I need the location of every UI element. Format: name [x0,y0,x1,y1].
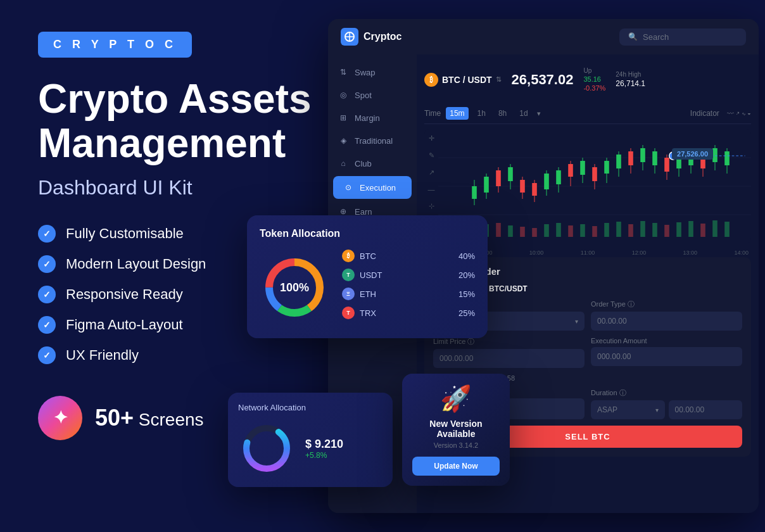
svg-rect-23 [568,164,573,177]
swap-icon: ⇅ [338,67,348,77]
order-type-input-2[interactable]: 00.00.00 [591,312,742,331]
sidebar-item-club[interactable]: ⌂ Club [328,152,417,175]
crosshair-icon[interactable]: ✛ [429,134,434,142]
chart-x-3: 10:00 [529,250,544,256]
high-info: 24h High 26,714.1 [616,71,645,88]
time-btn-1d[interactable]: 1d [515,107,531,120]
exec-amount-input[interactable]: 000.00.00 [591,347,742,366]
check-icon-1 [38,225,56,243]
screens-count-text: 50+ Screens [95,405,204,431]
rocket-icon: 🚀 [412,384,500,414]
figma-logo: ✦ [53,407,68,428]
sidebar-label-club: Club [355,159,372,168]
sidebar-item-spot[interactable]: ◎ Spot [328,84,417,106]
feature-text-1: Fully Customisable [66,225,184,242]
figma-icon: ✦ [38,396,82,440]
pair-arrow: ⇅ [496,75,502,84]
chart-x-5: 12:00 [632,250,647,256]
trx-pct: 25% [458,308,475,318]
duration-time-value: 00.00.00 [675,405,705,414]
logo-text: Cryptoc [364,31,401,42]
chart-price-label: 27,526.00 [672,148,713,160]
price-up: 35.16 [583,75,605,83]
network-donut [238,420,295,477]
sidebar-label-margin: Margin [355,113,380,123]
feature-text-4: Figma Auto-Layout [66,317,183,333]
svg-rect-19 [544,174,549,189]
svg-rect-55 [532,228,537,237]
usdt-dot: T [342,269,355,281]
token-donut: 100% [260,253,329,322]
order-price-grid: Limit Price ⓘ 000.00.00 Execution Amount… [433,337,742,368]
network-allocation-card: Network Allocation $ 9.210 +5.8% [228,393,393,487]
exec-amount-value: 000.00.00 [597,352,631,361]
time-dropdown[interactable]: ▾ [537,110,541,118]
token-list: ₿ BTC 40% T USDT 20% Ξ ETH 15% T TRX 25% [342,250,475,326]
duration-time-input[interactable]: 00.00.00 [669,400,743,419]
btc-name: BTC [360,251,453,261]
svg-rect-67 [676,222,681,237]
limit-price-label: Limit Price ⓘ [433,337,585,346]
time-btn-8h[interactable]: 8h [495,107,510,120]
feature-text-2: Modern Layout Design [66,256,206,272]
sidebar-item-swap[interactable]: ⇅ Swap [328,61,417,84]
search-bar[interactable]: 🔍 Search [619,28,746,46]
svg-rect-54 [520,227,525,237]
dashboard-topbar: Cryptoc 🔍 Search [328,19,759,54]
pencil-icon[interactable]: ✎ [429,151,434,160]
svg-rect-71 [724,222,730,237]
svg-rect-27 [592,167,597,181]
trx-dot: T [342,307,355,319]
order-type-field-2: Order Type ⓘ 00.00.00 [591,300,742,331]
svg-rect-64 [640,221,645,237]
svg-rect-59 [580,224,585,237]
pair-selector[interactable]: ₿ BTC / USDT ⇅ [424,73,502,87]
sidebar-label-traditional: Traditional [355,136,393,146]
svg-rect-7 [472,186,477,199]
token-item-usdt: T USDT 20% [342,269,475,281]
network-card-title: Network Allocation [238,403,382,412]
sidebar-item-execution[interactable]: ⊙ Execution [333,176,412,199]
token-card-body: 100% ₿ BTC 40% T USDT 20% Ξ ETH 15% T TR… [260,250,475,326]
sidebar-item-margin[interactable]: ⊞ Margin [328,106,417,129]
line-icon[interactable]: — [428,186,435,193]
time-label: Time [424,109,441,118]
svg-rect-63 [628,224,633,237]
price-value: 26,537.02 [512,72,574,88]
svg-rect-31 [616,155,621,168]
check-icon-5 [38,346,56,364]
update-button[interactable]: Update Now [412,457,500,476]
arrow-icon[interactable]: ↗ [429,168,434,177]
chart-x-6: 13:00 [683,250,698,256]
indicator-options[interactable]: 〰 ↗ ∿ ▾ [727,110,751,117]
duration-arrow: ▾ [655,407,659,414]
network-change: +5.8% [305,451,343,460]
eth-dot: Ξ [342,288,355,300]
dashboard-logo: Cryptoc [341,28,401,46]
time-btn-1h[interactable]: 1h [474,107,490,120]
sidebar-label-execution: Execution [360,183,396,193]
traditional-icon: ◈ [338,136,348,146]
brand-badge: C R Y P T O C [38,32,192,58]
svg-rect-13 [508,167,513,181]
duration-asap-input[interactable]: ASAP ▾ [591,400,665,419]
screens-label: Screens [139,410,204,429]
search-icon: 🔍 [628,32,638,41]
token-item-trx: T TRX 25% [342,307,475,319]
svg-rect-21 [556,170,561,184]
limit-price-input[interactable]: 000.00.00 [433,349,585,368]
price-down: -0.37% [583,84,605,92]
svg-rect-47 [712,148,718,162]
time-btn-15m[interactable]: 15m [446,107,468,120]
svg-rect-29 [604,161,609,174]
usdt-name: USDT [360,270,453,280]
execution-icon: ⊙ [343,182,353,193]
update-version: Version 3.14.2 [412,441,500,449]
network-body: $ 9.210 +5.8% [238,420,382,477]
chart-x-7: 14:00 [734,250,749,256]
measure-icon[interactable]: ⊹ [429,202,434,210]
update-title: New Version Available [412,419,500,439]
sidebar-item-traditional[interactable]: ◈ Traditional [328,129,417,152]
high-label: 24h High [616,71,645,78]
check-icon-3 [38,286,56,303]
